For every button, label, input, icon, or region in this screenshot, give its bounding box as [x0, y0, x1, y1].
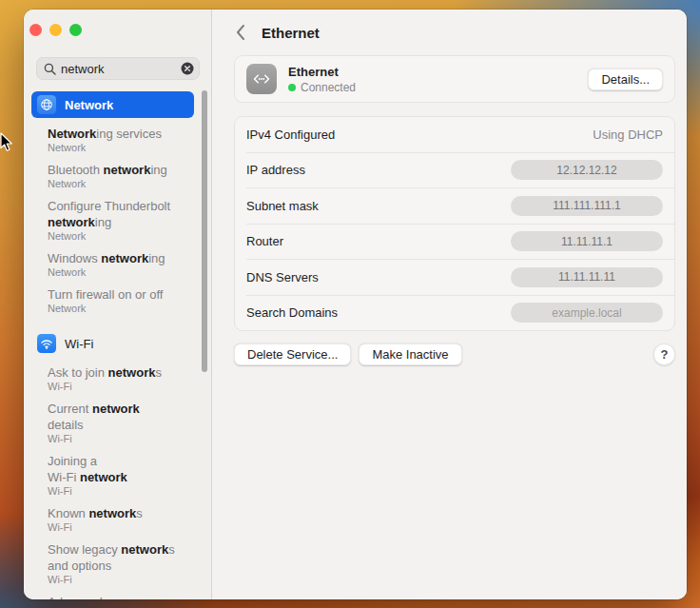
- settings-row: Search Domainsexample.local: [235, 296, 674, 331]
- result-title: Current network details: [48, 401, 194, 433]
- row-label: Subnet mask: [246, 199, 319, 213]
- settings-row: DNS Servers11.11.11.11: [235, 260, 674, 295]
- result-subtitle: Network: [48, 142, 194, 154]
- sidebar-item-network[interactable]: Network: [31, 91, 194, 118]
- page-header: Ethernet: [234, 21, 675, 44]
- row-label: IPv4 Configured: [246, 127, 335, 142]
- clear-search-icon[interactable]: [181, 62, 194, 75]
- service-info: Ethernet Connected: [288, 65, 356, 94]
- footer-actions: Delete Service... Make Inactive ?: [234, 343, 675, 365]
- result-title: Ask to join networks: [48, 364, 194, 381]
- result-title: Networking services: [48, 126, 194, 142]
- row-label: Search Domains: [246, 305, 338, 320]
- details-button[interactable]: Details...: [588, 69, 663, 90]
- sidebar-item-wi-fi[interactable]: Wi-Fi: [31, 330, 194, 357]
- result-subtitle: Wi-Fi: [48, 521, 194, 534]
- result-subtitle: Wi-Fi: [48, 574, 194, 586]
- search-result-item[interactable]: Windows networkingNetwork: [48, 250, 194, 279]
- settings-row: IP address12.12.12.12: [235, 153, 674, 188]
- row-label: IP address: [246, 163, 305, 177]
- settings-row: Subnet mask111.111.111.1: [235, 188, 674, 224]
- minimize-button[interactable]: [49, 24, 62, 36]
- result-title: Show legacy networks and options: [48, 541, 194, 574]
- result-subtitle: Network: [48, 303, 194, 315]
- result-title: Windows networking: [48, 250, 194, 266]
- result-subtitle: Network: [48, 266, 194, 279]
- row-value-pill: 11.11.11.1: [511, 231, 663, 251]
- settings-card: IPv4 ConfiguredUsing DHCPIP address12.12…: [234, 116, 675, 331]
- wifi-icon: [37, 334, 56, 353]
- search-field[interactable]: [36, 57, 200, 80]
- search-result-item[interactable]: Bluetooth networkingNetwork: [48, 162, 194, 190]
- row-value-pill: 111.111.111.1: [511, 196, 663, 216]
- result-subtitle: Wi-Fi: [48, 485, 194, 498]
- sidebar-scrollbar[interactable]: [202, 90, 207, 372]
- help-button[interactable]: ?: [653, 343, 675, 365]
- delete-service-button[interactable]: Delete Service...: [234, 343, 351, 365]
- service-name: Ethernet: [288, 65, 356, 79]
- window-controls: [29, 24, 82, 36]
- ethernet-icon: [246, 64, 277, 94]
- search-result-item[interactable]: Known networksWi-Fi: [48, 505, 194, 534]
- make-inactive-button[interactable]: Make Inactive: [359, 343, 461, 365]
- service-card: Ethernet Connected Details...: [234, 55, 675, 103]
- result-title: Joining a Wi-Fi network: [48, 453, 194, 485]
- search-result-item[interactable]: Current network detailsWi-Fi: [48, 401, 194, 445]
- result-title: Known networks: [48, 505, 194, 521]
- result-subtitle: Network: [48, 230, 194, 243]
- status-label: Connected: [301, 81, 356, 94]
- row-value-pill: example.local: [511, 303, 663, 323]
- service-status: Connected: [288, 81, 356, 94]
- result-title: Advanced: [48, 594, 194, 599]
- result-subtitle: Wi-Fi: [48, 381, 194, 393]
- search-result-item[interactable]: Networking servicesNetwork: [48, 126, 194, 154]
- result-title: Bluetooth networking: [48, 162, 194, 178]
- globe-icon: [37, 95, 56, 114]
- search-result-item[interactable]: Show legacy networks and optionsWi-Fi: [48, 541, 194, 586]
- search-input[interactable]: [61, 62, 176, 76]
- result-title: Configure Thunderbolt networking: [48, 198, 194, 230]
- row-value-pill: 11.11.11.11: [511, 267, 663, 287]
- result-title: Turn firewall on or off: [48, 286, 194, 303]
- search-icon: [44, 63, 56, 75]
- sidebar: NetworkNetworking servicesNetworkBluetoo…: [24, 10, 212, 599]
- status-dot: [288, 84, 296, 91]
- close-button[interactable]: [29, 24, 42, 36]
- row-label: DNS Servers: [246, 270, 319, 284]
- zoom-button[interactable]: [69, 24, 82, 36]
- system-settings-window: NetworkNetworking servicesNetworkBluetoo…: [24, 10, 687, 599]
- sidebar-item-label: Network: [65, 98, 113, 112]
- detail-pane: Ethernet Ethernet Connected Details... I…: [212, 10, 687, 599]
- result-subtitle: Wi-Fi: [48, 433, 194, 445]
- settings-row: Router11.11.11.1: [235, 225, 674, 260]
- back-button[interactable]: [234, 24, 247, 41]
- search-result-item[interactable]: Advanced: [48, 594, 194, 599]
- search-result-item[interactable]: Joining a Wi-Fi networkWi-Fi: [48, 453, 194, 498]
- row-label: Router: [246, 234, 283, 248]
- search-result-item[interactable]: Ask to join networksWi-Fi: [48, 364, 194, 393]
- search-results: NetworkNetworking servicesNetworkBluetoo…: [31, 91, 194, 599]
- search-result-item[interactable]: Turn firewall on or offNetwork: [48, 286, 194, 315]
- row-value: Using DHCP: [593, 127, 663, 142]
- sidebar-item-label: Wi-Fi: [65, 337, 93, 351]
- settings-row: IPv4 ConfiguredUsing DHCP: [235, 117, 674, 152]
- result-subtitle: Network: [48, 178, 194, 190]
- search-result-item[interactable]: Configure Thunderbolt networkingNetwork: [48, 198, 194, 243]
- row-value-pill: 12.12.12.12: [511, 160, 663, 180]
- page-title: Ethernet: [262, 25, 320, 41]
- mouse-cursor: [0, 132, 14, 153]
